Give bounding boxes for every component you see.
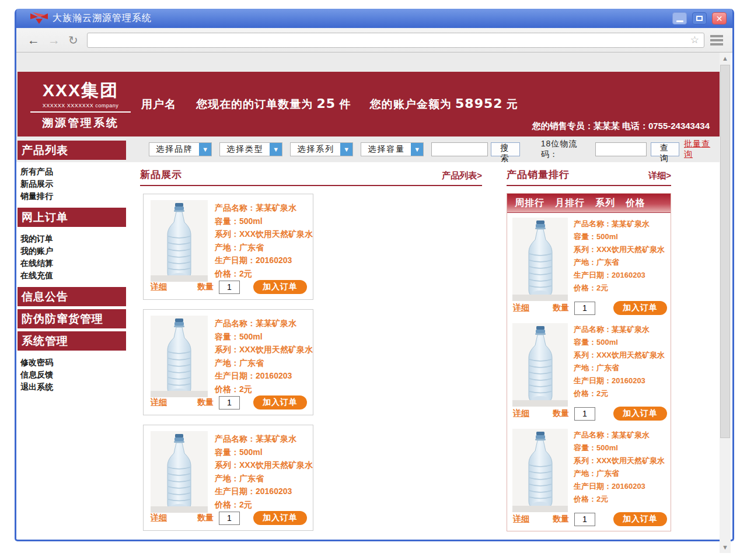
tab-weekly-ranking[interactable]: 周排行 — [515, 197, 544, 209]
quantity-label: 数量 — [553, 303, 569, 313]
type-select-label: 选择类型 — [220, 144, 270, 155]
product-card-body: 产品名称：某某矿泉水 容量：500ml 系列：XXX饮用天然矿泉水 产地：广东省… — [507, 424, 671, 512]
ranking-tabs: 周排行 月排行 系列 价格 — [507, 194, 671, 213]
product-info: 产品名称：某某矿泉水 容量：500ml 系列：XXX饮用天然矿泉水 产地：广东省… — [568, 218, 665, 301]
sidebar-item-online-recharge[interactable]: 在线充值 — [20, 270, 126, 282]
logistics-code-input[interactable] — [595, 142, 647, 156]
sidebar-list: 我的订单 我的账户 在线结算 在线充值 — [18, 230, 126, 287]
minimize-button[interactable] — [672, 12, 687, 24]
product-card-actions: 详细 数量 加入订单 — [151, 396, 307, 410]
filter-bar: 选择品牌 ▼ 选择类型 ▼ 选择系列 ▼ 选择容量 ▼ 搜索 18位物流码： 查… — [149, 139, 718, 159]
quantity-label: 数量 — [553, 514, 569, 524]
scroll-up-icon[interactable]: ▲ — [720, 52, 731, 64]
sidebar-section-system[interactable]: 系统管理 — [18, 331, 126, 351]
chevron-down-icon[interactable]: ▼ — [270, 143, 282, 156]
sidebar-item-my-account[interactable]: 我的账户 — [20, 245, 126, 257]
chevron-down-icon[interactable]: ▼ — [411, 143, 423, 156]
window-titlebar: 大族瀚云溯源管理系统 ✕ — [16, 9, 732, 28]
add-to-order-button[interactable]: 加入订单 — [253, 396, 307, 410]
product-info: 产品名称：某某矿泉水 容量：500ml 系列：XXX饮用天然矿泉水 产地：广东省… — [568, 323, 665, 407]
add-to-order-button[interactable]: 加入订单 — [253, 511, 307, 525]
order-count-prefix: 您现在的的订单数量为 — [196, 98, 313, 110]
sidebar-section-announcements[interactable]: 信息公告 — [18, 287, 126, 306]
tab-monthly-ranking[interactable]: 月排行 — [555, 197, 585, 209]
sales-ranking-panel: 周排行 月排行 系列 价格 — [507, 193, 671, 531]
product-price: 价格：2元 — [215, 498, 313, 512]
username: 用户名 — [141, 98, 176, 110]
ranking-title: 产品销量排行 — [507, 168, 570, 181]
capacity-select-label: 选择容量 — [361, 144, 411, 155]
sidebar-item-my-orders[interactable]: 我的订单 — [20, 233, 126, 245]
product-volume: 容量：500ml — [574, 442, 665, 454]
ranking-more-link[interactable]: 详细> — [648, 170, 671, 181]
product-price: 价格：2元 — [574, 493, 665, 506]
detail-link[interactable]: 详细 — [513, 408, 529, 419]
product-image — [151, 200, 208, 282]
sidebar-section-online-orders[interactable]: 网上订单 — [18, 208, 126, 227]
product-name: 产品名称：某某矿泉水 — [215, 201, 313, 215]
window-title: 大族瀚云溯源管理系统 — [53, 12, 152, 24]
chevron-down-icon[interactable]: ▼ — [340, 143, 352, 156]
account-prefix: 您的账户金额为 — [370, 98, 452, 110]
brand-select[interactable]: 选择品牌 ▼ — [149, 142, 212, 156]
sidebar-item-sales-ranking[interactable]: 销量排行 — [20, 190, 126, 202]
sidebar-item-logout[interactable]: 退出系统 — [20, 381, 126, 393]
sidebar-section-product-list[interactable]: 产品列表 — [18, 141, 126, 160]
add-to-order-button[interactable]: 加入订单 — [613, 512, 667, 526]
sidebar-list: 修改密码 信息反馈 退出系统 — [18, 354, 126, 398]
add-to-order-button[interactable]: 加入订单 — [253, 280, 307, 294]
water-bottle-icon — [162, 433, 196, 512]
add-to-order-button[interactable]: 加入订单 — [613, 301, 667, 315]
detail-link[interactable]: 详细 — [151, 513, 167, 523]
product-list-more-link[interactable]: 产品列表> — [442, 170, 482, 181]
quantity-input[interactable] — [574, 302, 595, 315]
chevron-down-icon[interactable]: ▼ — [199, 143, 211, 156]
search-button[interactable]: 搜索 — [491, 142, 519, 156]
add-to-order-button[interactable]: 加入订单 — [613, 407, 667, 421]
scroll-down-icon[interactable]: ▼ — [720, 541, 731, 553]
tab-price[interactable]: 价格 — [626, 197, 645, 209]
scrollbar-thumb[interactable] — [720, 65, 730, 438]
quantity-input[interactable] — [219, 396, 240, 410]
detail-link[interactable]: 详细 — [151, 397, 167, 408]
maximize-button[interactable] — [692, 12, 707, 24]
quantity-input[interactable] — [574, 513, 595, 526]
tab-series[interactable]: 系列 — [595, 197, 615, 209]
detail-link[interactable]: 详细 — [513, 303, 529, 313]
detail-link[interactable]: 详细 — [151, 282, 167, 292]
sales-agent-info: 您的销售专员：某某某 电话：0755-24343434 — [532, 121, 710, 132]
sidebar-section-anticounterfeit[interactable]: 防伪防窜货管理 — [18, 309, 126, 328]
series-select[interactable]: 选择系列 ▼ — [290, 142, 353, 156]
batch-query-link[interactable]: 批量查询 — [684, 139, 718, 160]
page-scrollbar[interactable]: ▲ ▼ — [720, 52, 731, 553]
product-name: 产品名称：某某矿泉水 — [215, 317, 313, 330]
quantity-label: 数量 — [553, 408, 569, 419]
detail-link[interactable]: 详细 — [513, 514, 529, 524]
back-icon[interactable]: ← — [27, 34, 40, 46]
bookmark-star-icon[interactable]: ☆ — [690, 34, 699, 46]
quantity-input[interactable] — [219, 512, 240, 525]
type-select[interactable]: 选择类型 ▼ — [219, 142, 282, 156]
address-bar[interactable]: ☆ — [87, 33, 704, 48]
quantity-input[interactable] — [219, 281, 240, 294]
capacity-select[interactable]: 选择容量 ▼ — [361, 142, 424, 156]
sidebar-item-all-products[interactable]: 所有产品 — [20, 166, 126, 178]
ranking-items: 产品名称：某某矿泉水 容量：500ml 系列：XXX饮用天然矿泉水 产地：广东省… — [507, 213, 671, 530]
sidebar-item-change-password[interactable]: 修改密码 — [20, 356, 126, 369]
order-count-suffix: 件 — [339, 98, 351, 110]
sidebar-item-feedback[interactable]: 信息反馈 — [20, 369, 126, 381]
water-bottle-icon — [162, 318, 196, 396]
close-button[interactable]: ✕ — [712, 12, 727, 24]
refresh-icon[interactable]: ↻ — [68, 34, 78, 46]
search-input[interactable] — [431, 142, 488, 156]
product-name: 产品名称：某某矿泉水 — [574, 429, 665, 442]
query-button[interactable]: 查询 — [651, 142, 679, 156]
quantity-input[interactable] — [574, 407, 595, 421]
product-origin: 产地：广东省 — [574, 256, 665, 269]
menu-icon[interactable] — [710, 33, 723, 47]
account-balance: 58952 — [455, 96, 503, 111]
sidebar-item-new-products[interactable]: 新品展示 — [20, 178, 126, 190]
forward-icon[interactable]: → — [48, 34, 60, 46]
product-series: 系列：XXX饮用天然矿泉水 — [215, 459, 313, 472]
sidebar-item-online-settlement[interactable]: 在线结算 — [20, 257, 126, 270]
